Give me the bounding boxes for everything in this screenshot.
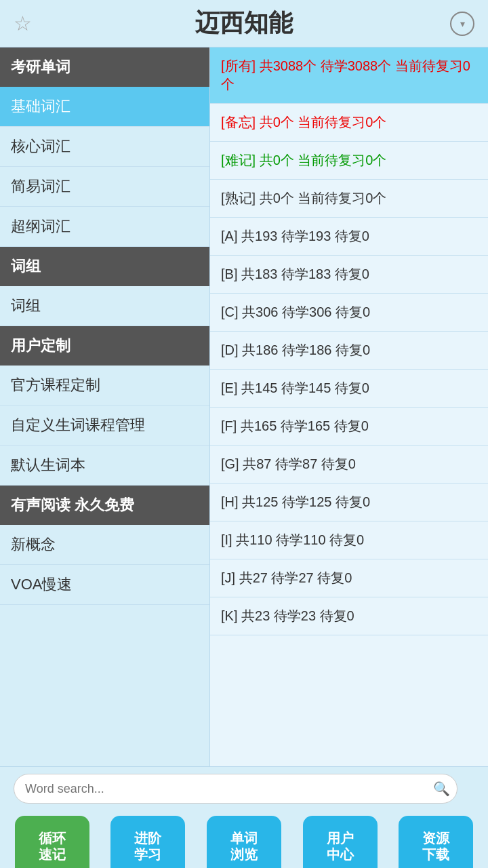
search-bar: 🔍 [0,766,488,810]
content-item-1[interactable]: [备忘] 共0个 当前待复习0个 [210,104,488,142]
content-item-14[interactable]: [K] 共23 待学23 待复0 [210,597,488,635]
content-item-5[interactable]: [B] 共183 待学183 待复0 [210,256,488,294]
content-item-0[interactable]: [所有] 共3088个 待学3088个 当前待复习0个 [210,47,488,104]
search-input[interactable] [14,774,458,804]
content-item-8[interactable]: [E] 共145 待学145 待复0 [210,370,488,408]
dropdown-icon: ▾ [460,18,465,29]
sidebar-item-7: 用户定制 [0,326,209,366]
content-item-2[interactable]: [难记] 共0个 当前待复习0个 [210,142,488,180]
content-item-13[interactable]: [J] 共27 待学27 待复0 [210,559,488,597]
bottom-btn-2[interactable]: 单词 浏览 [207,816,281,868]
sidebar-item-3[interactable]: 简易词汇 [0,167,209,207]
sidebar-item-0: 考研单词 [0,47,209,87]
bottom-buttons: 循环 速记进阶 学习单词 浏览用户 中心资源 下载 [0,810,488,868]
sidebar-item-2[interactable]: 核心词汇 [0,127,209,167]
app-title: 迈西知能 [195,7,293,40]
content-item-10[interactable]: [G] 共87 待学87 待复0 [210,446,488,484]
main-content: 考研单词基础词汇核心词汇简易词汇超纲词汇词组词组用户定制官方课程定制自定义生词课… [0,47,488,766]
sidebar: 考研单词基础词汇核心词汇简易词汇超纲词汇词组词组用户定制官方课程定制自定义生词课… [0,47,210,766]
bottom-btn-4[interactable]: 资源 下载 [399,816,473,868]
sidebar-item-9[interactable]: 自定义生词课程管理 [0,406,209,446]
content-item-11[interactable]: [H] 共125 待学125 待复0 [210,484,488,521]
sidebar-item-10[interactable]: 默认生词本 [0,446,209,486]
dropdown-button[interactable]: ▾ [450,12,474,36]
content-item-12[interactable]: [I] 共110 待学110 待复0 [210,521,488,559]
sidebar-item-4[interactable]: 超纲词汇 [0,207,209,247]
bottom-btn-0[interactable]: 循环 速记 [15,816,89,868]
search-icon: 🔍 [433,781,450,797]
sidebar-item-5: 词组 [0,247,209,286]
content-item-7[interactable]: [D] 共186 待学186 待复0 [210,332,488,370]
sidebar-item-8[interactable]: 官方课程定制 [0,366,209,406]
sidebar-item-6[interactable]: 词组 [0,286,209,326]
sidebar-item-11: 有声阅读 永久免费 [0,486,209,525]
sidebar-item-13[interactable]: VOA慢速 [0,565,209,605]
content-list: [所有] 共3088个 待学3088个 当前待复习0个[备忘] 共0个 当前待复… [210,47,488,766]
content-item-9[interactable]: [F] 共165 待学165 待复0 [210,408,488,446]
bottom-btn-1[interactable]: 进阶 学习 [110,816,185,868]
header: ☆ 迈西知能 ▾ [0,0,488,47]
sidebar-item-12[interactable]: 新概念 [0,525,209,565]
bottom-btn-3[interactable]: 用户 中心 [303,816,378,868]
content-item-3[interactable]: [熟记] 共0个 当前待复习0个 [210,180,488,218]
content-item-4[interactable]: [A] 共193 待学193 待复0 [210,218,488,256]
star-icon[interactable]: ☆ [14,12,32,35]
sidebar-item-1[interactable]: 基础词汇 [0,87,209,127]
content-item-6[interactable]: [C] 共306 待学306 待复0 [210,294,488,332]
